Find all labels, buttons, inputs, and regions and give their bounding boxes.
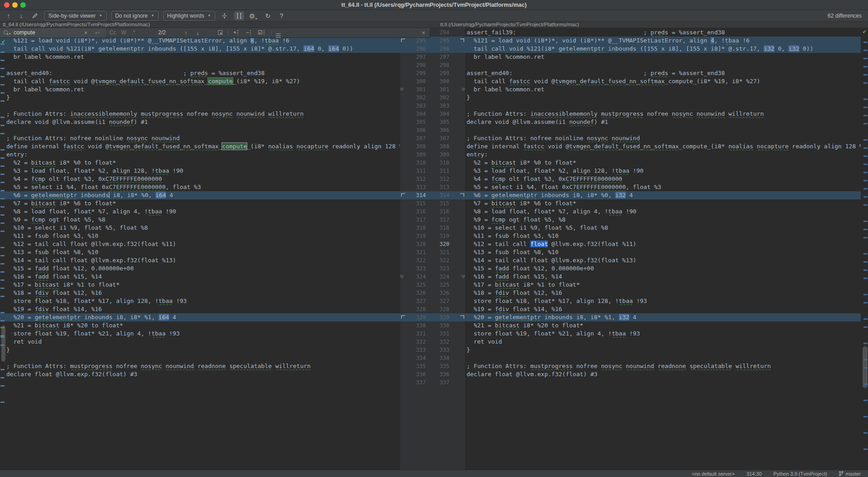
right-code-line[interactable]: store float %19, float* %21, align 4, !t… — [466, 330, 861, 338]
synchronize-scrolling-button[interactable] — [234, 11, 244, 20]
right-code-line[interactable]: %12 = tail call float @llvm.exp.f32(floa… — [466, 240, 861, 248]
left-code-line[interactable]: assert_end40: ; preds = %assert_end38 — [0, 69, 400, 77]
right-code-line[interactable]: %8 = load float, float* %7, align 4, !tb… — [466, 208, 861, 216]
left-code-line[interactable]: tail call void %121(i8* getelementptr in… — [0, 45, 400, 53]
left-code-line[interactable]: declare float @llvm.exp.f32(float) #3 — [0, 370, 400, 378]
right-code-line[interactable]: %16 = fadd float %15, %14 — [466, 273, 861, 281]
left-code-line[interactable]: %12 = tail call float @llvm.exp.f32(floa… — [0, 240, 400, 248]
search-results-lines-icon[interactable] — [276, 31, 281, 40]
right-code-line[interactable]: %15 = fadd float %12, 0.000000e+00 — [466, 264, 861, 273]
left-code-line[interactable]: define internal fastcc void @tvmgen_defa… — [0, 142, 400, 151]
left-code-line[interactable]: %13 = fsub float %8, %10 — [0, 248, 400, 256]
right-code-line[interactable]: %121 = load void (i8*)*, void (i8*)** @_… — [466, 37, 861, 45]
right-code-line[interactable] — [466, 354, 861, 362]
right-code-line[interactable]: %5 = select i1 %4, float 0xC7EFFFFFE0000… — [466, 183, 861, 191]
left-code-line[interactable]: %4 = fcmp olt float %3, 0xC7EFFFFFE00000… — [0, 175, 400, 183]
left-code-line[interactable]: br label %common.ret — [0, 53, 400, 61]
right-code-line[interactable]: %21 = bitcast i8* %20 to float* — [466, 321, 861, 330]
right-code-line[interactable]: assert_fail39: ; preds = %assert_end38 — [466, 28, 861, 37]
right-code-line[interactable] — [466, 126, 861, 134]
right-code-line[interactable] — [466, 61, 861, 69]
left-code-line[interactable]: %17 = bitcast i8* %1 to float* — [0, 281, 400, 289]
left-code-line[interactable]: %15 = fadd float %12, 0.000000e+00 — [0, 264, 400, 273]
previous-occurrence-button[interactable]: ↑ — [184, 28, 188, 38]
right-code-line[interactable]: %11 = fsub float %3, %10 — [466, 232, 861, 240]
collapse-unchanged-button[interactable] — [220, 11, 230, 20]
clear-search-icon[interactable]: × — [84, 28, 88, 38]
left-code-line[interactable] — [0, 102, 400, 110]
left-code-line[interactable]: ret void — [0, 338, 400, 346]
git-branch-widget[interactable]: master — [839, 471, 861, 477]
right-code-line[interactable]: ; Function Attrs: nofree noinline nosync… — [466, 134, 861, 142]
viewer-mode-select[interactable]: Side-by-side viewer▼ — [44, 11, 107, 21]
right-code-line[interactable]: tail call fastcc void @tvmgen_default_fu… — [466, 77, 861, 85]
right-code-line[interactable]: } — [466, 94, 861, 102]
caret-position-widget[interactable]: 314:30 — [746, 471, 762, 477]
search-icon[interactable] — [4, 30, 8, 34]
left-code-line[interactable]: %18 = fdiv float %12, %16 — [0, 289, 400, 297]
open-in-find-window-icon[interactable] — [218, 30, 222, 35]
previous-difference-button[interactable]: ↑ — [5, 11, 13, 20]
left-code-line[interactable]: %16 = fadd float %15, %14 — [0, 273, 400, 281]
close-search-icon[interactable]: × — [422, 28, 425, 38]
right-code-line[interactable]: } — [466, 346, 861, 354]
left-code-line[interactable]: %10 = select i1 %9, float %5, float %8 — [0, 224, 400, 232]
right-code-line[interactable]: ; Function Attrs: inaccessiblememonly mu… — [466, 110, 861, 118]
right-code-line[interactable]: define internal fastcc void @tvmgen_defa… — [466, 142, 861, 151]
right-code-line[interactable]: br label %common.ret — [466, 85, 861, 94]
search-query-text[interactable]: compute — [14, 28, 35, 38]
regex-toggle[interactable]: .* — [132, 28, 135, 38]
ignore-policy-select[interactable]: Do not ignore▼ — [111, 11, 159, 21]
right-code-line[interactable]: %10 = select i1 %9, float %5, float %8 — [466, 224, 861, 232]
left-code-line[interactable]: %11 = fsub float %3, %10 — [0, 232, 400, 240]
left-code-line[interactable] — [0, 378, 400, 387]
right-code-line[interactable]: %13 = fsub float %8, %10 — [466, 248, 861, 256]
right-code-line[interactable] — [466, 102, 861, 110]
right-code-line[interactable] — [466, 378, 861, 387]
diff-settings-button[interactable]: ⚙▼ — [249, 11, 259, 20]
right-code-line[interactable]: %17 = bitcast i8* %1 to float* — [466, 281, 861, 289]
search-history-chevron-icon[interactable]: ▼ — [8, 32, 11, 35]
left-code-line[interactable]: %5 = select i1 %4, float 0xC7EFFFFFE0000… — [0, 183, 400, 191]
left-code-line[interactable]: %7 = bitcast i8* %6 to float* — [0, 199, 400, 208]
next-occurrence-button[interactable]: ↓ — [196, 28, 199, 38]
fold-region-icon[interactable] — [462, 275, 465, 279]
jump-to-source-button[interactable] — [30, 11, 40, 20]
add-occurrence-button[interactable]: + — [233, 28, 238, 38]
newline-icon[interactable]: ↩ — [95, 28, 100, 38]
right-code-line[interactable]: %14 = tail call float @llvm.exp.f32(floa… — [466, 256, 861, 264]
right-code-line[interactable]: store float %18, float* %17, align 128, … — [466, 297, 861, 305]
right-code-line[interactable]: %2 = bitcast i8* %0 to float* — [466, 159, 861, 167]
left-code-line[interactable]: %19 = fdiv float %14, %16 — [0, 305, 400, 313]
python-interpreter-widget[interactable]: Python 3.9 (TvmProject) — [774, 471, 827, 477]
help-button[interactable]: ? — [278, 11, 286, 20]
fold-region-icon[interactable] — [462, 88, 465, 91]
left-code-line[interactable] — [0, 126, 400, 134]
match-case-toggle[interactable]: Cc — [109, 28, 116, 38]
right-code-line[interactable]: %9 = fcmp ogt float %5, %8 — [466, 216, 861, 224]
left-code-line[interactable]: %2 = bitcast i8* %0 to float* — [0, 159, 400, 167]
next-difference-button[interactable]: ↓ — [17, 11, 25, 20]
left-code-line[interactable]: entry: — [0, 151, 400, 159]
right-code-line[interactable]: %19 = fdiv float %14, %16 — [466, 305, 861, 313]
right-code-line[interactable]: %18 = fdiv float %12, %16 — [466, 289, 861, 297]
left-editor-scrollbar[interactable]: ✔ — [0, 28, 7, 470]
right-code-line[interactable]: tail call void %121(i8* getelementptr in… — [466, 45, 861, 53]
right-code-line[interactable]: %6 = getelementptr inbounds i8, i8* %0, … — [466, 191, 861, 199]
remove-occurrence-button[interactable]: − — [246, 28, 251, 38]
right-code-line[interactable]: ; Function Attrs: mustprogress nofree no… — [466, 362, 861, 370]
right-code-line[interactable]: %4 = fcmp olt float %3, 0xC7EFFFFFE00000… — [466, 175, 861, 183]
right-editor-scrollbar[interactable]: ✔ — [861, 28, 868, 470]
select-all-occurrences-button[interactable]: ☑ — [258, 28, 264, 38]
right-code-line[interactable]: %7 = bitcast i8* %6 to float* — [466, 199, 861, 208]
left-code-line[interactable]: store float %18, float* %17, align 128, … — [0, 297, 400, 305]
left-code-line[interactable]: tail call fastcc void @tvmgen_default_fu… — [0, 77, 400, 85]
refresh-diff-button[interactable]: ↻ — [263, 11, 273, 20]
left-code-line[interactable]: br label %common.ret — [0, 85, 400, 94]
left-code-line[interactable]: } — [0, 94, 400, 102]
left-code-line[interactable]: %20 = getelementptr inbounds i8, i8* %1,… — [0, 313, 400, 321]
right-code-line[interactable]: assert_end40: ; preds = %assert_end38 — [466, 69, 861, 77]
default-server-widget[interactable]: <no default server> — [692, 471, 735, 477]
right-code-line[interactable]: declare float @llvm.exp.f32(float) #3 — [466, 370, 861, 378]
left-code-line[interactable]: %6 = getelementptr inbounds i8, i8* %0, … — [0, 191, 400, 199]
